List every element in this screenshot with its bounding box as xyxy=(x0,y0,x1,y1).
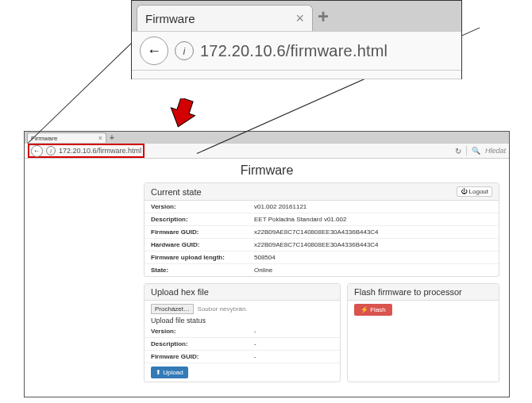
zoom-separator xyxy=(132,70,461,79)
page-title: Firmware xyxy=(25,163,509,178)
value: v01.002 20161121 xyxy=(254,203,492,210)
flash-panel: Flash firmware to processor ⚡ Flash xyxy=(347,283,499,382)
flash-icon: ⚡ xyxy=(360,306,368,313)
zoom-tabstrip: Firmware × + xyxy=(132,1,461,31)
label: Version: xyxy=(151,328,254,335)
panel-title: Flash firmware to processor xyxy=(354,287,462,297)
search-placeholder: Hledat xyxy=(485,147,506,155)
row-u-description: Description: - xyxy=(145,338,340,351)
upload-button[interactable]: ⬆ Upload xyxy=(151,367,188,378)
flash-button[interactable]: ⚡ Flash xyxy=(354,304,392,316)
close-icon[interactable]: × xyxy=(295,10,304,27)
value: - xyxy=(254,328,333,335)
new-tab-button[interactable]: + xyxy=(110,133,114,142)
label: Firmware GUID: xyxy=(151,228,254,236)
arrow-left-icon: ← xyxy=(147,43,161,59)
label: Version: xyxy=(151,203,254,210)
panel-head: Upload hex file xyxy=(145,284,340,301)
tab-title: Firmware xyxy=(31,135,98,142)
value: Online xyxy=(254,267,492,274)
label: Description: xyxy=(151,216,254,223)
value: x22B09AE8C7C140808EE30A4336B443C4 xyxy=(254,241,492,248)
label: State: xyxy=(151,267,254,274)
row-upload-length: Firmware upload length: 508504 xyxy=(145,251,499,264)
label: Firmware upload length: xyxy=(151,254,254,261)
value: EET Pokladna Standard v01.002 xyxy=(254,216,492,223)
info-icon[interactable]: i xyxy=(175,41,194,60)
upload-panel: Upload hex file Procházet… Soubor nevybr… xyxy=(144,283,341,382)
zoom-tab-title: Firmware xyxy=(145,12,295,25)
row-hw-guid: Hardware GUID: x22B09AE8C7C140808EE30A43… xyxy=(145,239,499,251)
red-arrow-icon xyxy=(167,98,195,130)
close-icon[interactable]: × xyxy=(98,134,102,142)
power-icon: ⏻ xyxy=(461,188,467,195)
row-state: State: Online xyxy=(145,264,499,276)
no-file-label: Soubor nevybrán. xyxy=(198,305,248,313)
value: - xyxy=(254,353,333,360)
panel-head: Current state ⏻ Logout xyxy=(145,183,499,201)
toolbar: ← i 172.20.10.6/firmware.html ↻ 🔍 Hledat xyxy=(25,143,509,159)
label: Firmware GUID: xyxy=(151,353,254,360)
panel-head: Flash firmware to processor xyxy=(348,284,499,301)
value: - xyxy=(254,340,333,347)
separator xyxy=(466,146,467,155)
row-u-fw-guid: Firmware GUID: - xyxy=(145,351,340,363)
browse-button[interactable]: Procházet… xyxy=(151,304,194,314)
upload-status-title: Upload file status xyxy=(151,317,333,324)
logout-button[interactable]: ⏻ Logout xyxy=(457,186,492,197)
row-version: Version: v01.002 20161121 xyxy=(145,201,499,213)
label: Hardware GUID: xyxy=(151,241,254,248)
back-button[interactable]: ← xyxy=(140,36,168,65)
panel-body: ⚡ Flash xyxy=(348,301,499,319)
info-icon[interactable]: i xyxy=(46,146,56,155)
address-bar-highlight: ← i 172.20.10.6/firmware.html xyxy=(28,144,145,158)
row-u-version: Version: - xyxy=(145,325,340,338)
value: 508504 xyxy=(254,254,492,261)
zoom-toolbar: ← i 172.20.10.6/firmware.html xyxy=(132,31,461,70)
current-state-panel: Current state ⏻ Logout Version: v01.002 … xyxy=(144,182,499,277)
upload-icon: ⬆ xyxy=(156,369,161,376)
address-bar[interactable]: 172.20.10.6/firmware.html xyxy=(59,147,141,155)
bottom-columns: Upload hex file Procházet… Soubor nevybr… xyxy=(144,283,499,382)
panel-body: Procházet… Soubor nevybrán. Upload file … xyxy=(145,301,340,382)
svg-marker-0 xyxy=(167,98,195,130)
upload-label: Upload xyxy=(163,369,183,376)
panel-body: Version: v01.002 20161121 Description: E… xyxy=(145,201,499,276)
panel-title: Upload hex file xyxy=(151,287,209,297)
logout-label: Logout xyxy=(469,188,488,195)
label: Description: xyxy=(151,340,254,347)
browser-tab[interactable]: Firmware × xyxy=(27,132,106,143)
search-box[interactable]: Hledat xyxy=(485,147,506,155)
zoom-tab[interactable]: Firmware × xyxy=(137,5,313,31)
back-button[interactable]: ← xyxy=(31,145,43,157)
row-fw-guid: Firmware GUID: x22B09AE8C7C140808EE30A43… xyxy=(145,226,499,239)
toolbar-right: ↻ 🔍 Hledat xyxy=(455,146,506,155)
zoom-browser-window: Firmware × + ← i 172.20.10.6/firmware.ht… xyxy=(131,0,462,79)
flash-label: Flash xyxy=(370,306,386,313)
address-bar[interactable]: 172.20.10.6/firmware.html xyxy=(200,42,387,60)
arrow-left-icon: ← xyxy=(33,147,40,155)
tabstrip: Firmware × + xyxy=(25,132,509,143)
row-description: Description: EET Pokladna Standard v01.0… xyxy=(145,213,499,226)
reload-icon[interactable]: ↻ xyxy=(455,147,461,155)
new-tab-button[interactable]: + xyxy=(318,6,329,28)
panel-title: Current state xyxy=(151,187,202,197)
page-content: Firmware Current state ⏻ Logout Version:… xyxy=(25,159,509,403)
search-icon: 🔍 xyxy=(472,147,480,155)
value: x22B09AE8C7C140808EE30A4336B443C4 xyxy=(254,228,492,236)
browser-window: Firmware × + ← i 172.20.10.6/firmware.ht… xyxy=(24,131,510,397)
